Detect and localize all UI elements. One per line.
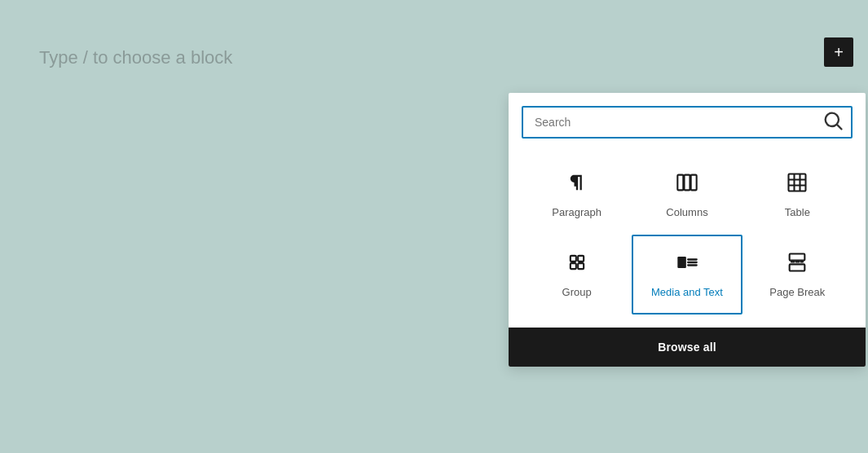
svg-rect-14 — [677, 257, 686, 268]
search-wrapper — [522, 106, 853, 139]
svg-rect-12 — [570, 263, 575, 269]
paragraph-icon — [566, 171, 588, 200]
svg-rect-19 — [790, 264, 805, 270]
columns-label: Columns — [666, 206, 707, 218]
page-break-label: Page Break — [769, 286, 825, 298]
table-icon — [786, 171, 809, 200]
group-label: Group — [562, 286, 592, 298]
svg-rect-11 — [578, 256, 584, 262]
block-item-table[interactable]: Table — [742, 155, 853, 235]
blocks-grid: Paragraph Columns — [509, 139, 866, 328]
columns-icon — [676, 171, 698, 200]
svg-rect-5 — [789, 174, 806, 191]
svg-rect-10 — [570, 256, 575, 262]
add-block-button[interactable]: + — [824, 37, 853, 67]
search-input[interactable] — [522, 106, 853, 139]
search-container — [509, 93, 866, 139]
block-picker: Paragraph Columns — [509, 93, 866, 367]
media-text-icon — [676, 251, 698, 279]
svg-rect-3 — [684, 175, 690, 191]
block-item-group[interactable]: Group — [522, 235, 632, 314]
page-break-icon — [786, 251, 809, 279]
svg-rect-2 — [677, 175, 683, 191]
svg-rect-13 — [578, 263, 584, 269]
table-label: Table — [785, 206, 810, 218]
browse-all-button[interactable]: Browse all — [509, 328, 866, 367]
editor-placeholder: Type / to choose a block — [39, 47, 232, 68]
paragraph-label: Paragraph — [552, 206, 601, 218]
editor-area: Type / to choose a block + — [0, 0, 868, 453]
block-item-columns[interactable]: Columns — [632, 155, 742, 235]
group-icon — [566, 251, 588, 279]
block-item-page-break[interactable]: Page Break — [742, 235, 853, 314]
svg-rect-18 — [790, 254, 805, 261]
svg-rect-4 — [691, 175, 697, 191]
media-and-text-label: Media and Text — [651, 286, 723, 298]
block-item-paragraph[interactable]: Paragraph — [522, 155, 632, 235]
block-item-media-and-text[interactable]: Media and Text — [632, 235, 742, 314]
